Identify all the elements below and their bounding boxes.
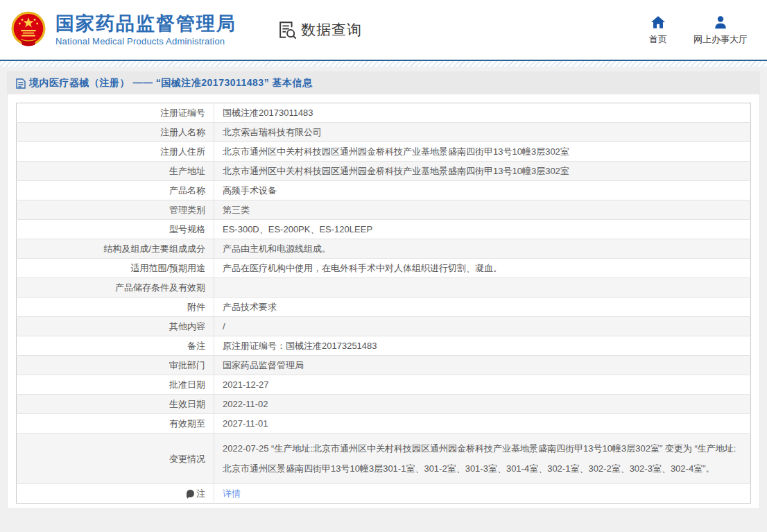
field-label: 其他内容 [17, 317, 214, 336]
field-label: 结构及组成/主要组成成分 [17, 239, 214, 259]
detail-link[interactable]: 详情 [223, 488, 241, 499]
nav-label-service-hall: 网上办事大厅 [693, 33, 748, 46]
table-row: 型号规格ES-300D、ES-200PK、ES-120LEEP [17, 220, 751, 239]
field-value: 北京索吉瑞科技有限公司 [214, 123, 751, 142]
content-panel: 境内医疗器械（注册） —— “国械注准20173011483” 基本信息 注册证… [7, 71, 760, 509]
field-label: 审批部门 [17, 356, 214, 375]
field-value: 2022-11-02 [214, 395, 751, 414]
field-value: 产品技术要求 [214, 298, 751, 317]
data-query-menu[interactable]: 数据查询 [277, 19, 362, 40]
field-value: 第三类 [214, 200, 751, 220]
data-query-label: 数据查询 [301, 20, 362, 40]
table-row: 其他内容/ [17, 317, 751, 336]
header-hatch-band [0, 61, 767, 67]
nav-item-home[interactable]: 首页 [649, 15, 667, 46]
field-value: 2021-12-27 [214, 375, 751, 395]
field-label: 注 [17, 484, 214, 504]
table-row: 注册人名称北京索吉瑞科技有限公司 [17, 123, 751, 142]
field-label: 变更情况 [17, 434, 214, 484]
field-label: 备注 [17, 336, 214, 356]
table-row: 结构及组成/主要组成成分产品由主机和电源线组成。 [17, 239, 751, 259]
field-label: 管理类别 [17, 200, 214, 220]
registration-info-table: 注册证编号国械注准20173011483注册人名称北京索吉瑞科技有限公司注册人住… [16, 103, 751, 504]
info-table-body: 注册证编号国械注准20173011483注册人名称北京索吉瑞科技有限公司注册人住… [17, 103, 751, 504]
main-content: 境内医疗器械（注册） —— “国械注准20173011483” 基本信息 注册证… [0, 67, 767, 509]
field-value: 产品在医疗机构中使用，在电外科手术中对人体组织进行切割、凝血。 [214, 259, 751, 278]
field-value: 北京市通州区中关村科技园区通州园金桥科技产业基地景盛南四街甲13号10幢3层30… [214, 162, 751, 181]
site-title: 国家药品监督管理局 [55, 13, 236, 34]
table-row: 适用范围/预期用途产品在医疗机构中使用，在电外科手术中对人体组织进行切割、凝血。 [17, 259, 751, 278]
field-label: 适用范围/预期用途 [17, 259, 214, 278]
info-table-wrap: 注册证编号国械注准20173011483注册人名称北京索吉瑞科技有限公司注册人住… [8, 94, 759, 508]
field-label: 产品名称 [17, 181, 214, 200]
nav-label-home: 首页 [649, 33, 667, 46]
field-value [214, 278, 751, 298]
field-label: 附件 [17, 298, 214, 317]
field-label: 型号规格 [17, 220, 214, 239]
site-subtitle: National Medical Products Administration [55, 36, 236, 46]
field-label: 注册人名称 [17, 123, 214, 142]
national-emblem-icon [8, 10, 49, 50]
table-row: 变更情况2022-07-25 “生产地址:北京市通州区中关村科技园区通州园金桥科… [17, 434, 751, 484]
field-value: 北京市通州区中关村科技园区通州园金桥科技产业基地景盛南四街甲13号10幢3层30… [214, 142, 751, 162]
field-label: 批准日期 [17, 375, 214, 395]
field-label: 有效期至 [17, 414, 214, 434]
table-row: 产品储存条件及有效期 [17, 278, 751, 298]
logo-text: 国家药品监督管理局 National Medical Products Admi… [55, 13, 236, 46]
table-row: 审批部门国家药品监督管理局 [17, 356, 751, 375]
breadcrumb-bar: 境内医疗器械（注册） —— “国械注准20173011483” 基本信息 [8, 72, 759, 94]
field-value: 产品由主机和电源线组成。 [214, 239, 751, 259]
nav-item-service-hall[interactable]: 网上办事大厅 [693, 15, 748, 46]
table-row: 附件产品技术要求 [17, 298, 751, 317]
field-label: 注册证编号 [17, 103, 214, 123]
field-value: 原注册证编号：国械注准20173251483 [214, 336, 751, 356]
document-search-icon [277, 19, 298, 40]
table-row: 注册人住所北京市通州区中关村科技园区通州园金桥科技产业基地景盛南四街甲13号10… [17, 142, 751, 162]
field-value: 国械注准20173011483 [214, 103, 751, 123]
field-label: 生产地址 [17, 162, 214, 181]
header-nav: 首页 网上办事大厅 [649, 15, 748, 46]
field-value: ES-300D、ES-200PK、ES-120LEEP [214, 220, 751, 239]
field-value: 2022-07-25 “生产地址:北京市通州区中关村科技园区通州园金桥科技产业基… [214, 434, 751, 484]
field-value: / [214, 317, 751, 336]
user-icon [713, 15, 728, 30]
table-row: 注详情 [17, 484, 751, 504]
document-icon [16, 78, 26, 89]
home-icon [650, 15, 666, 30]
field-value: 2027-11-01 [214, 414, 751, 434]
field-value: 高频手术设备 [214, 181, 751, 200]
field-label: 产品储存条件及有效期 [17, 278, 214, 298]
field-label: 注册人住所 [17, 142, 214, 162]
nmpa-logo[interactable]: 国家药品监督管理局 National Medical Products Admi… [8, 10, 236, 50]
table-row: 备注原注册证编号：国械注准20173251483 [17, 336, 751, 356]
field-value: 详情 [214, 484, 751, 504]
table-row: 生效日期2022-11-02 [17, 395, 751, 414]
table-row: 有效期至2027-11-01 [17, 414, 751, 434]
table-row: 生产地址北京市通州区中关村科技园区通州园金桥科技产业基地景盛南四街甲13号10幢… [17, 162, 751, 181]
table-row: 产品名称高频手术设备 [17, 181, 751, 200]
field-value: 国家药品监督管理局 [214, 356, 751, 375]
field-label: 生效日期 [17, 395, 214, 414]
table-row: 管理类别第三类 [17, 200, 751, 220]
table-row: 注册证编号国械注准20173011483 [17, 103, 751, 123]
site-header: 国家药品监督管理局 National Medical Products Admi… [0, 0, 767, 60]
table-row: 批准日期2021-12-27 [17, 375, 751, 395]
note-balloon-icon [187, 490, 194, 497]
breadcrumb-title: 境内医疗器械（注册） —— “国械注准20173011483” 基本信息 [29, 77, 313, 89]
